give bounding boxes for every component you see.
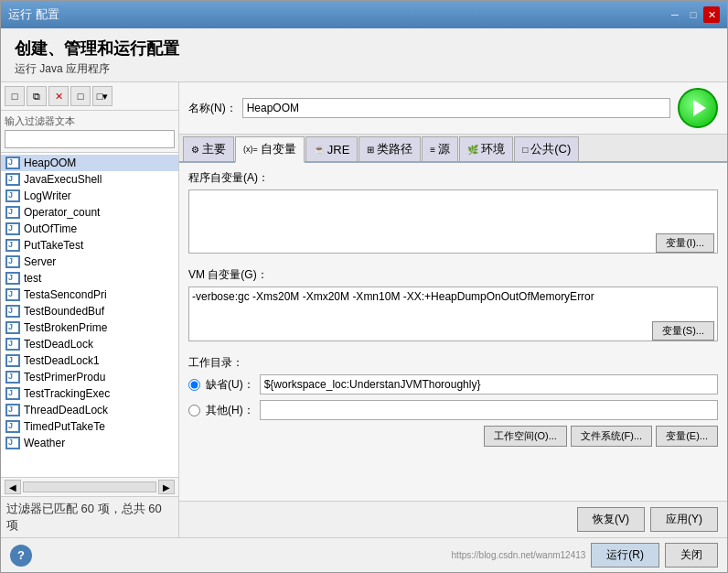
tab-main-icon: ⚙ bbox=[191, 145, 199, 155]
tab-jre-icon: ☕ bbox=[314, 145, 325, 155]
workdir-buttons: 工作空间(O)... 文件系统(F)... 变量(E)... bbox=[188, 426, 718, 447]
tree-item-testa[interactable]: TestaSencondPri bbox=[1, 286, 178, 303]
vm-args-section: VM 自变量(G)： -verbose:gc -Xms20M -Xmx20M -… bbox=[188, 267, 718, 344]
scroll-right-button[interactable]: ▶ bbox=[158, 480, 175, 494]
minimize-button[interactable]: ─ bbox=[667, 6, 683, 23]
export-button[interactable]: □ bbox=[70, 86, 91, 106]
tree-item-testtracking[interactable]: TestTrackingExec bbox=[1, 385, 178, 402]
tree-item-puttaketest[interactable]: PutTakeTest bbox=[1, 237, 178, 254]
tree-item-label: PutTakeTest bbox=[24, 239, 83, 252]
tree-item-outftime[interactable]: OutOfTime bbox=[1, 221, 178, 237]
java-icon bbox=[5, 387, 20, 400]
tree-item-label: ThreadDeadLock bbox=[24, 404, 108, 416]
java-icon bbox=[5, 239, 20, 252]
left-scroll: ◀ ▶ bbox=[1, 477, 178, 496]
other-dir-input[interactable] bbox=[260, 400, 718, 420]
restore-button[interactable]: 恢复(V) bbox=[577, 507, 645, 532]
tree-item-test[interactable]: test bbox=[1, 270, 178, 286]
tab-source[interactable]: ≡ 源 bbox=[422, 136, 458, 161]
tree-item-label: TestBrokenPrime bbox=[24, 321, 107, 334]
tab-jre[interactable]: ☕ JRE bbox=[305, 136, 359, 161]
tab-args-icon: (x)= bbox=[243, 145, 258, 154]
tree-item-label: TestBoundedBuf bbox=[24, 305, 104, 318]
workdir-section: 工作目录： 缺省(U)： 其他(H)： 工作空间(O)... 文件系统(F)..… bbox=[188, 355, 718, 447]
copy-button[interactable]: ⧉ bbox=[27, 86, 47, 106]
tree-item-testdeadlock[interactable]: TestDeadLock bbox=[1, 336, 178, 352]
tree-item-server[interactable]: Server bbox=[1, 254, 178, 270]
tree-item-label: TestaSencondPri bbox=[24, 288, 107, 301]
workdir-label: 工作目录： bbox=[188, 355, 718, 371]
tab-classpath-label: 类路径 bbox=[377, 141, 412, 157]
tree-item-timedput[interactable]: TimedPutTakeTe bbox=[1, 418, 178, 435]
tab-args[interactable]: (x)= 自变量 bbox=[235, 136, 305, 163]
tab-common[interactable]: □ 公共(C) bbox=[514, 136, 579, 161]
tree-item-testbroken[interactable]: TestBrokenPrime bbox=[1, 319, 178, 336]
java-icon bbox=[5, 404, 20, 416]
close-window-button[interactable]: 关闭 bbox=[665, 543, 718, 568]
tree-item-label: TestDeadLock1 bbox=[24, 354, 100, 367]
run-config-window: 运行 配置 ─ □ ✕ 创建、管理和运行配置 运行 Java 应用程序 □ ⧉ … bbox=[0, 0, 728, 573]
default-dir-input[interactable] bbox=[260, 374, 718, 395]
tab-main-label: 主要 bbox=[202, 141, 226, 157]
other-radio-label: 其他(H)： bbox=[206, 403, 254, 418]
tree-item-label: Weather bbox=[24, 437, 65, 449]
scroll-left-button[interactable]: ◀ bbox=[5, 480, 21, 494]
run-button[interactable]: 运行(R) bbox=[591, 543, 659, 568]
tree-item-testprimer[interactable]: TestPrimerProdu bbox=[1, 369, 178, 385]
tree-item-label: test bbox=[24, 272, 41, 285]
right-panel: 名称(N)： ⚙ 主要 (x)= 自变量 ☕ JRE bbox=[179, 82, 727, 537]
tree-item-label: TestPrimerProdu bbox=[24, 371, 105, 384]
program-args-textarea[interactable] bbox=[188, 189, 718, 254]
tab-classpath[interactable]: ⊞ 类路径 bbox=[359, 136, 421, 161]
tree-item-logwriter[interactable]: LogWriter bbox=[1, 188, 178, 204]
run-icon-button[interactable] bbox=[678, 88, 718, 128]
java-icon bbox=[5, 272, 20, 285]
name-input[interactable] bbox=[242, 98, 670, 118]
tab-source-icon: ≡ bbox=[430, 145, 435, 155]
tree-item-operatorcount[interactable]: Operator_count bbox=[1, 204, 178, 221]
tree-item-testbounded[interactable]: TestBoundedBuf bbox=[1, 303, 178, 319]
maximize-button[interactable]: □ bbox=[685, 6, 701, 23]
java-icon bbox=[5, 371, 20, 384]
window-bottom-buttons: https://blog.csdn.net/wanm12413 运行(R) 关闭 bbox=[452, 543, 718, 568]
tab-classpath-icon: ⊞ bbox=[367, 145, 374, 155]
left-toolbar: □ ⧉ ✕ □ □▾ bbox=[1, 82, 178, 111]
vm-args-textarea[interactable]: -verbose:gc -Xms20M -Xmx20M -Xmn10M -XX:… bbox=[188, 286, 718, 341]
apply-button[interactable]: 应用(Y) bbox=[650, 507, 718, 532]
close-button[interactable]: ✕ bbox=[703, 6, 720, 23]
tree-item-label: TestTrackingExec bbox=[24, 387, 110, 400]
left-status: 过滤器已匹配 60 项，总共 60 项 bbox=[1, 496, 178, 537]
java-icon bbox=[5, 338, 20, 351]
tab-common-icon: □ bbox=[522, 145, 528, 155]
other-radio[interactable] bbox=[188, 405, 200, 416]
program-args-label: 程序自变量(A)： bbox=[188, 170, 718, 186]
name-row-outer: 名称(N)： bbox=[179, 82, 727, 135]
filesystem-button[interactable]: 文件系统(F)... bbox=[571, 426, 652, 447]
url-text: https://blog.csdn.net/wanm12413 bbox=[452, 550, 586, 560]
var-button[interactable]: 变量(E)... bbox=[656, 426, 718, 447]
default-radio[interactable] bbox=[188, 379, 200, 391]
vm-args-var-button[interactable]: 变量(S)... bbox=[652, 321, 714, 341]
workspace-button[interactable]: 工作空间(O)... bbox=[484, 426, 567, 447]
tree-item-javaexecu[interactable]: JavaExecuShell bbox=[1, 171, 178, 188]
delete-button[interactable]: ✕ bbox=[48, 86, 69, 106]
tab-env-icon: 🌿 bbox=[467, 145, 478, 155]
more-button[interactable]: □▾ bbox=[92, 86, 112, 106]
program-args-var-button[interactable]: 变量(I)... bbox=[656, 233, 714, 253]
filter-label: 输入过滤器文本 bbox=[5, 114, 175, 128]
bottom-right-actions: 恢复(V) 应用(Y) bbox=[179, 501, 727, 537]
tab-env[interactable]: 🌿 环境 bbox=[459, 136, 513, 161]
tree-item-label: LogWriter bbox=[24, 189, 71, 202]
new-button[interactable]: □ bbox=[5, 86, 25, 106]
tree-item-label: JavaExecuShell bbox=[24, 173, 102, 186]
tree-item-weather[interactable]: Weather bbox=[1, 435, 178, 451]
tab-env-label: 环境 bbox=[481, 141, 505, 157]
help-button[interactable]: ? bbox=[10, 545, 32, 567]
tree-item-heapoom[interactable]: HeapOOM bbox=[1, 155, 178, 171]
filter-input[interactable] bbox=[5, 130, 175, 148]
tree-item-threaddeadlock[interactable]: ThreadDeadLock bbox=[1, 402, 178, 418]
title-bar-controls: ─ □ ✕ bbox=[667, 6, 720, 23]
tab-main[interactable]: ⚙ 主要 bbox=[183, 136, 234, 161]
tree-item-testdeadlock1[interactable]: TestDeadLock1 bbox=[1, 352, 178, 369]
java-icon bbox=[5, 206, 20, 219]
